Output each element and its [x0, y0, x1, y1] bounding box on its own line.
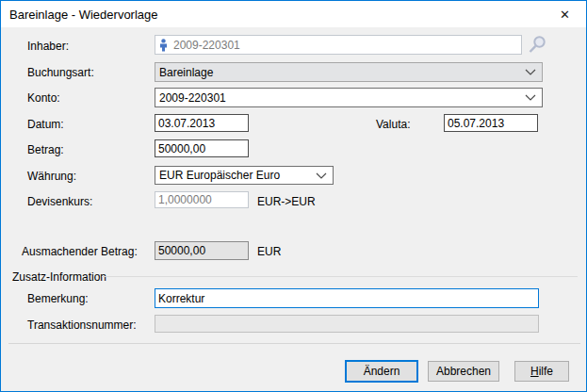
zusatz-information-heading: Zusatz-Information [12, 270, 106, 284]
hilfe-button[interactable]: Hilfe [514, 361, 569, 382]
abbrechen-button-label: Abbrechen [436, 365, 491, 378]
bemerkung-input[interactable] [155, 288, 539, 308]
dialog-bareinlage-wiedervorlage: Bareinlage - Wiedervorlage ✕ Inhaber: 20… [0, 0, 587, 392]
datum-input[interactable] [155, 114, 249, 132]
buchungsart-select[interactable]: Bareinlage [155, 62, 543, 82]
search-icon [528, 35, 547, 55]
konto-label: Konto: [27, 91, 60, 105]
ausmachender-betrag-field [155, 241, 249, 260]
devisenkurs-input [155, 191, 249, 208]
inhaber-label: Inhaber: [27, 40, 69, 53]
close-icon: ✕ [560, 8, 570, 22]
valuta-input[interactable] [444, 114, 538, 132]
ausmachender-betrag-label: Ausmachender Betrag: [22, 245, 138, 258]
devisenkurs-label: Devisenkurs: [27, 195, 92, 208]
inhaber-search-button[interactable] [525, 34, 549, 56]
transaktionsnummer-label: Transaktionsnummer: [27, 318, 137, 332]
abbrechen-button[interactable]: Abbrechen [428, 361, 499, 382]
waehrung-value: EUR Europäischer Euro [159, 169, 280, 182]
person-icon [159, 39, 168, 52]
chevron-down-icon [316, 172, 329, 179]
ausmachender-betrag-suffix: EUR [257, 245, 281, 258]
devisenkurs-suffix: EUR->EUR [257, 195, 316, 208]
chevron-down-icon [525, 94, 538, 101]
betrag-label: Betrag: [27, 143, 64, 156]
titlebar: Bareinlage - Wiedervorlage ✕ [1, 1, 586, 27]
window-title: Bareinlage - Wiedervorlage [9, 8, 158, 22]
close-button[interactable]: ✕ [544, 1, 586, 27]
chevron-down-icon [525, 69, 538, 75]
betrag-input[interactable] [155, 139, 249, 157]
valuta-label: Valuta: [376, 118, 410, 131]
datum-label: Datum: [27, 118, 64, 131]
inhaber-field: 2009-220301 [155, 35, 522, 55]
inhaber-value: 2009-220301 [173, 39, 240, 52]
buchungsart-label: Buchungsart: [27, 66, 94, 79]
transaktionsnummer-input [155, 315, 539, 333]
group-divider [102, 276, 578, 277]
aendern-button[interactable]: Ändern [345, 360, 418, 383]
konto-select[interactable]: 2009-220301 [155, 88, 543, 107]
konto-value: 2009-220301 [159, 91, 226, 105]
bemerkung-label: Bemerkung: [27, 292, 89, 305]
footer-divider [8, 343, 580, 344]
waehrung-select[interactable]: EUR Europäischer Euro [155, 166, 334, 185]
hilfe-button-label: Hilfe [530, 365, 553, 378]
buchungsart-value: Bareinlage [159, 66, 213, 79]
aendern-button-label: Ändern [364, 365, 400, 378]
waehrung-label: Währung: [27, 170, 76, 183]
